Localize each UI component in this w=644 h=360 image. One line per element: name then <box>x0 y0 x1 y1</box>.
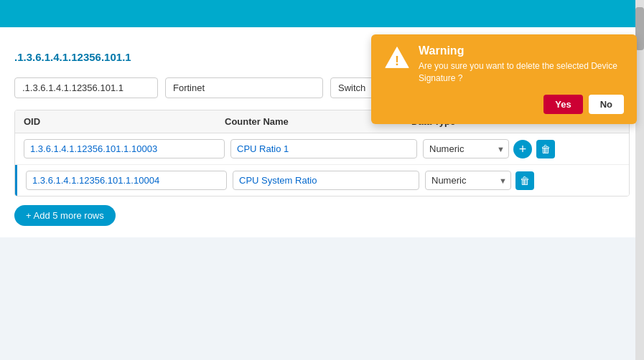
warning-buttons: Yes No <box>384 95 624 114</box>
warning-content: Warning Are you sure you want to delete … <box>419 44 624 85</box>
row2-counter-input[interactable] <box>233 171 419 190</box>
row1-type-select-wrapper: Numeric String Boolean ▼ <box>423 139 509 158</box>
table-row: Numeric String Boolean ▼ 🗑 <box>15 165 629 196</box>
warning-title: Warning <box>419 44 624 57</box>
warning-header: ! Warning Are you sure you want to delet… <box>384 44 624 85</box>
table-body: Numeric String Boolean ▼ + 🗑 <box>15 133 629 196</box>
table-row: Numeric String Boolean ▼ + 🗑 <box>15 133 629 165</box>
svg-text:!: ! <box>395 54 399 68</box>
col-oid: OID <box>24 116 225 127</box>
row1-type-select[interactable]: Numeric String Boolean <box>423 139 509 158</box>
add-more-rows-label: + Add 5 more rows <box>26 210 104 221</box>
row1-oid-input[interactable] <box>24 139 225 158</box>
warning-no-button[interactable]: No <box>589 95 624 114</box>
section-title: .1.3.6.1.4.1.12356.101.1 <box>14 51 131 63</box>
row1-counter-input[interactable] <box>230 139 417 158</box>
vendor-input[interactable] <box>165 77 323 98</box>
row2-oid-input[interactable] <box>26 171 227 190</box>
row2-type-select-wrapper: Numeric String Boolean ▼ <box>425 171 511 190</box>
add-row-button[interactable]: + <box>513 140 532 158</box>
oid-input[interactable] <box>14 77 158 98</box>
warning-popup: ! Warning Are you sure you want to delet… <box>371 34 637 124</box>
delete-row1-button[interactable]: 🗑 <box>536 140 555 158</box>
row2-actions: Numeric String Boolean ▼ 🗑 <box>425 171 620 190</box>
main-content: .1.3.6.1.4.1.12356.101.1 ✏️ 💾 🗑 Switch R… <box>0 27 644 237</box>
warning-yes-button[interactable]: Yes <box>543 95 582 114</box>
add-more-rows-button[interactable]: + Add 5 more rows <box>14 205 116 226</box>
warning-triangle-icon: ! <box>384 44 410 70</box>
row1-actions: Numeric String Boolean ▼ + 🗑 <box>423 139 620 158</box>
row2-type-select[interactable]: Numeric String Boolean <box>425 171 511 190</box>
top-bar <box>0 0 644 27</box>
delete-row2-button[interactable]: 🗑 <box>515 171 534 190</box>
warning-message: Are you sure you want to delete the sele… <box>419 60 624 85</box>
